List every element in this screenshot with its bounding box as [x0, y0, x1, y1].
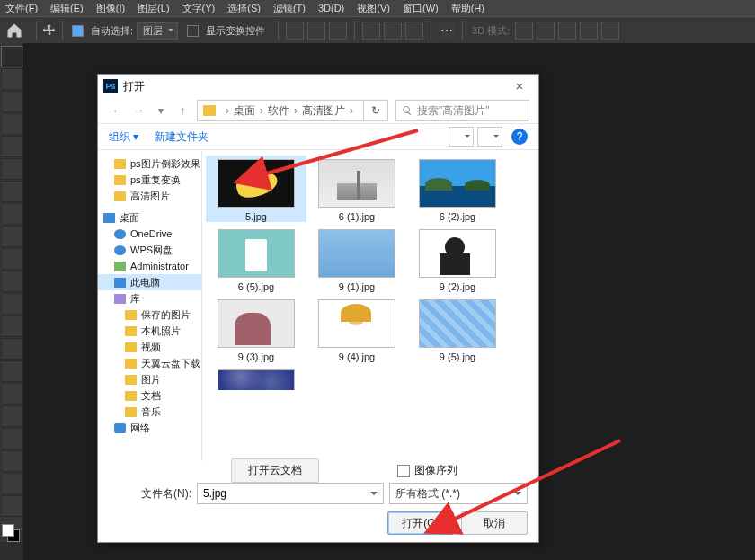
tool-move[interactable]: [1, 46, 22, 67]
file-item[interactable]: 9 (5).jpg: [407, 299, 508, 362]
open-cloud-docs-button[interactable]: 打开云文档: [231, 458, 319, 483]
tool-eraser[interactable]: [1, 293, 22, 315]
tree-item[interactable]: 文档: [98, 387, 201, 404]
tree-item[interactable]: 网络: [98, 420, 201, 436]
menu-view[interactable]: 视图(V): [357, 2, 390, 15]
file-label: 6 (2).jpg: [407, 211, 508, 222]
tool-lasso[interactable]: [1, 91, 22, 112]
distribute-icon[interactable]: [362, 22, 380, 40]
tree-item[interactable]: 库: [98, 290, 201, 307]
tree-item[interactable]: 音乐: [98, 404, 201, 420]
filename-input[interactable]: 5.jpg: [197, 483, 384, 504]
tool-brush[interactable]: [1, 226, 22, 247]
nav-back[interactable]: ←: [107, 104, 129, 117]
nav-up[interactable]: ↑: [172, 104, 193, 117]
help-button[interactable]: ?: [511, 129, 528, 145]
file-grid[interactable]: 5.jpg6 (1).jpg6 (2).jpg6 (5).jpg9 (1).jp…: [202, 150, 538, 461]
align-icon[interactable]: [307, 22, 325, 40]
tree-item[interactable]: 图片: [98, 371, 201, 387]
tree-item[interactable]: Administrator: [98, 258, 201, 274]
tool-wand[interactable]: [1, 113, 22, 135]
distribute-icon[interactable]: [384, 22, 402, 40]
tool-type[interactable]: [1, 405, 22, 427]
tool-blur[interactable]: [1, 338, 22, 360]
tree-item[interactable]: 本机照片: [98, 323, 201, 339]
file-item[interactable]: 6 (1).jpg: [306, 159, 407, 222]
home-icon[interactable]: [5, 22, 23, 40]
close-button[interactable]: ×: [506, 77, 533, 95]
menu-3d[interactable]: 3D(D): [318, 3, 344, 13]
tool-path[interactable]: [1, 428, 22, 449]
tool-heal[interactable]: [1, 203, 22, 225]
tree-item[interactable]: 保存的图片: [98, 307, 201, 323]
tool-marquee[interactable]: [1, 68, 22, 90]
file-item[interactable]: [206, 369, 306, 394]
more-icon[interactable]: ⋯: [439, 22, 455, 39]
file-item[interactable]: 9 (4).jpg: [306, 299, 407, 362]
align-icon[interactable]: [329, 22, 347, 40]
tool-frame[interactable]: [1, 158, 22, 180]
file-item[interactable]: 9 (3).jpg: [206, 299, 306, 362]
filetype-dropdown[interactable]: 所有格式 (*.*): [389, 483, 528, 504]
tool-stamp[interactable]: [1, 248, 22, 270]
tree-item[interactable]: WPS网盘: [98, 242, 201, 258]
breadcrumb-seg[interactable]: 软件: [268, 103, 289, 119]
chevron-down-icon[interactable]: ▾: [150, 104, 172, 117]
align-icon[interactable]: [286, 22, 304, 40]
auto-select-checkbox[interactable]: [72, 25, 84, 37]
search-input[interactable]: 搜索"高清图片": [395, 100, 529, 121]
tool-eyedropper[interactable]: [1, 181, 22, 202]
file-item[interactable]: 9 (2).jpg: [407, 229, 508, 292]
menu-image[interactable]: 图像(I): [96, 2, 125, 15]
breadcrumb-seg[interactable]: 桌面: [234, 103, 255, 119]
image-sequence-checkbox[interactable]: 图像序列: [397, 463, 457, 478]
menu-select[interactable]: 选择(S): [227, 2, 261, 15]
menu-layer[interactable]: 图层(L): [138, 2, 169, 15]
show-transform-checkbox[interactable]: [187, 25, 199, 37]
tree-item[interactable]: ps图片倒影效果: [98, 156, 201, 172]
nav-tree[interactable]: ps图片倒影效果ps重复变换高清图片桌面OneDriveWPS网盘Adminis…: [98, 150, 202, 461]
distribute-icon[interactable]: [405, 22, 423, 40]
nav-forward[interactable]: →: [129, 104, 150, 117]
preview-pane-button[interactable]: [477, 127, 502, 147]
menu-filter[interactable]: 滤镜(T): [273, 2, 306, 15]
open-button[interactable]: 打开(O): [387, 511, 454, 535]
file-label: 9 (5).jpg: [407, 351, 508, 362]
file-item[interactable]: 6 (5).jpg: [206, 229, 306, 292]
view-mode-button[interactable]: [449, 127, 474, 147]
tree-item[interactable]: OneDrive: [98, 226, 201, 242]
tree-item[interactable]: 视频: [98, 339, 201, 355]
menu-type[interactable]: 文字(Y): [182, 2, 216, 15]
app-menubar[interactable]: 文件(F) 编辑(E) 图像(I) 图层(L) 文字(Y) 选择(S) 滤镜(T…: [0, 0, 755, 16]
file-item[interactable]: 5.jpg: [206, 156, 306, 222]
menu-help[interactable]: 帮助(H): [451, 2, 484, 15]
tree-item[interactable]: 高清图片: [98, 188, 201, 204]
file-item[interactable]: 6 (2).jpg: [407, 159, 508, 222]
breadcrumb-seg[interactable]: 高清图片: [302, 103, 345, 119]
tree-item[interactable]: ps重复变换: [98, 172, 201, 188]
tool-zoom[interactable]: [1, 495, 22, 517]
breadcrumb[interactable]: › 桌面 › 软件 › 高清图片 ›: [197, 100, 364, 121]
auto-select-dropdown[interactable]: 图层: [137, 22, 178, 40]
menu-window[interactable]: 窗口(W): [403, 2, 439, 15]
refresh-button[interactable]: ↻: [363, 100, 388, 121]
tree-item-label: OneDrive: [130, 228, 172, 239]
tree-item[interactable]: 此电脑: [98, 274, 201, 290]
tree-item-label: 库: [130, 292, 140, 306]
tool-shape[interactable]: [1, 450, 22, 472]
menu-edit[interactable]: 编辑(E): [50, 2, 84, 15]
new-folder-button[interactable]: 新建文件夹: [155, 129, 209, 145]
organize-menu[interactable]: 组织 ▾: [109, 129, 138, 145]
tool-dodge[interactable]: [1, 360, 22, 382]
file-item[interactable]: 9 (1).jpg: [306, 229, 407, 292]
tool-history[interactable]: [1, 271, 22, 292]
tool-gradient[interactable]: [1, 316, 22, 337]
menu-file[interactable]: 文件(F): [5, 2, 38, 15]
tool-hand[interactable]: [1, 473, 22, 494]
tool-crop[interactable]: [1, 136, 22, 157]
tree-item[interactable]: 天翼云盘下载: [98, 355, 201, 371]
tool-pen[interactable]: [1, 383, 22, 404]
cancel-button[interactable]: 取消: [461, 511, 528, 535]
tree-item[interactable]: 桌面: [98, 209, 201, 226]
color-swatches[interactable]: [0, 522, 20, 542]
